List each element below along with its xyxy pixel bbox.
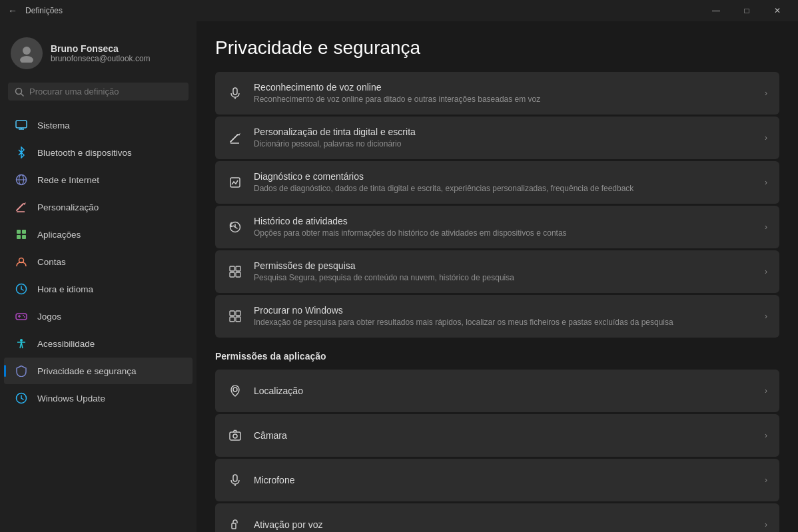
search-icon [15, 87, 24, 97]
localizacao-icon [227, 383, 243, 399]
svg-rect-15 [17, 235, 21, 239]
svg-rect-13 [17, 230, 21, 234]
search-input[interactable] [29, 87, 182, 97]
close-button[interactable]: ✕ [762, 0, 793, 21]
settings-item-microfone[interactable]: Microfone › [215, 459, 779, 501]
sidebar-item-contas[interactable]: Contas [4, 248, 193, 275]
settings-item-ativacao-voz[interactable]: Ativação por voz › [215, 503, 779, 532]
svg-line-20 [21, 289, 23, 290]
user-info: Bruno Fonseca brunofonseca@outlook.com [51, 43, 151, 63]
sidebar-item-label: Aplicações [37, 230, 81, 240]
chevron-icon-diagnostico: › [765, 178, 767, 187]
user-profile[interactable]: Bruno Fonseca brunofonseca@outlook.com [0, 29, 197, 83]
privacidade-icon [15, 364, 28, 378]
sidebar-item-personalizacao[interactable]: Personalização [4, 194, 193, 220]
item-text-ativacao-voz: Ativação por voz [254, 519, 754, 530]
item-text-microfone: Microfone [254, 475, 754, 485]
sidebar-item-acessibilidade[interactable]: Acessibilidade [4, 330, 193, 357]
sidebar-item-label: Rede e Internet [37, 175, 99, 185]
item-title-localizacao: Localização [254, 386, 754, 396]
titlebar-left: ← Definições [8, 5, 63, 16]
item-text-localizacao: Localização [254, 386, 754, 396]
acessibilidade-icon [15, 337, 28, 350]
sidebar-item-aplicacoes[interactable]: Aplicações [4, 221, 193, 248]
sidebar-item-label: Jogos [37, 312, 61, 322]
search-box[interactable] [8, 83, 189, 101]
svg-line-29 [21, 342, 23, 348]
svg-rect-45 [230, 317, 234, 322]
sidebar-item-bluetooth[interactable]: Bluetooth e dispositivos [4, 139, 193, 166]
svg-point-49 [233, 434, 237, 438]
item-title-procurar-windows: Procurar no Windows [254, 305, 754, 316]
settings-item-reconhecimento-voz[interactable]: Reconhecimento de voz online Reconhecime… [215, 72, 779, 115]
settings-item-personalizacao-tinta[interactable]: Personalização de tinta digital e escrit… [215, 117, 779, 159]
item-title-reconhecimento-voz: Reconhecimento de voz online [254, 82, 754, 93]
personalizacao-icon [15, 200, 28, 214]
settings-list: Reconhecimento de voz online Reconhecime… [215, 72, 779, 338]
ativacao-voz-icon [227, 517, 243, 532]
chevron-icon-camara: › [765, 431, 767, 440]
chevron-icon-localizacao: › [765, 386, 767, 396]
chevron-icon-permissoes-pesquisa: › [765, 267, 767, 276]
permissoes-pesquisa-icon [227, 264, 243, 280]
nav-list: Sistema Bluetooth e dispositivos Rede e … [0, 111, 197, 412]
hora-icon [15, 282, 28, 296]
settings-item-historico[interactable]: Histórico de atividades Opções para obte… [215, 206, 779, 248]
contas-icon [15, 255, 28, 268]
svg-line-10 [17, 204, 23, 210]
svg-point-0 [23, 47, 31, 55]
diagnostico-icon [227, 174, 243, 190]
sidebar-item-label: Acessibilidade [37, 339, 95, 349]
item-text-procurar-windows: Procurar no Windows Indexação de pesquis… [254, 305, 754, 328]
item-title-ativacao-voz: Ativação por voz [254, 519, 754, 530]
section-permissions-header: Permissões da aplicação [215, 338, 779, 370]
minimize-button[interactable]: — [701, 0, 731, 21]
sidebar-item-label: Contas [37, 257, 66, 267]
svg-rect-43 [230, 311, 234, 316]
item-subtitle-permissoes-pesquisa: Pesquisa Segura, pesquisa de conteúdo na… [254, 272, 754, 284]
sidebar-item-sistema[interactable]: Sistema [4, 112, 193, 138]
settings-item-localizacao[interactable]: Localização › [215, 370, 779, 412]
back-button[interactable]: ← [8, 5, 17, 16]
svg-point-1 [20, 56, 33, 63]
item-title-permissoes-pesquisa: Permissões de pesquisa [254, 260, 754, 271]
settings-item-procurar-windows[interactable]: Procurar no Windows Indexação de pesquis… [215, 295, 779, 338]
chevron-icon-reconhecimento-voz: › [765, 89, 767, 98]
item-subtitle-diagnostico: Dados de diagnóstico, dados de tinta dig… [254, 183, 754, 194]
app-permissions-list: Localização › Câmara › Microfone › Ativa… [215, 370, 779, 532]
page-title: Privacidade e segurança [215, 21, 779, 72]
sidebar: Bruno Fonseca brunofonseca@outlook.com S… [0, 21, 197, 532]
svg-rect-52 [232, 523, 236, 529]
svg-rect-31 [233, 88, 237, 95]
svg-marker-34 [238, 133, 240, 136]
svg-rect-46 [236, 317, 240, 322]
settings-item-permissoes-pesquisa[interactable]: Permissões de pesquisa Pesquisa Segura, … [215, 250, 779, 293]
settings-item-camara[interactable]: Câmara › [215, 414, 779, 457]
maximize-button[interactable]: □ [731, 0, 762, 21]
sidebar-item-label: Personalização [37, 202, 99, 212]
item-text-reconhecimento-voz: Reconhecimento de voz online Reconhecime… [254, 82, 754, 105]
content-area: Privacidade e segurança Reconhecimento d… [197, 21, 798, 532]
sidebar-item-rede[interactable]: Rede e Internet [4, 166, 193, 193]
sidebar-item-label: Sistema [37, 121, 70, 131]
svg-point-25 [24, 316, 25, 318]
svg-rect-41 [230, 272, 234, 277]
historico-icon [227, 219, 243, 235]
sidebar-item-windows-update[interactable]: Windows Update [4, 385, 193, 411]
titlebar: ← Definições — □ ✕ [0, 0, 798, 21]
svg-marker-11 [23, 202, 26, 205]
jogos-icon [15, 310, 28, 323]
settings-item-diagnostico[interactable]: Diagnóstico e comentários Dados de diagn… [215, 161, 779, 204]
bluetooth-icon [15, 146, 28, 159]
item-text-historico: Histórico de atividades Opções para obte… [254, 216, 754, 239]
chevron-icon-ativacao-voz: › [765, 520, 767, 529]
svg-rect-14 [22, 230, 26, 234]
titlebar-title: Definições [25, 6, 63, 15]
sidebar-item-jogos[interactable]: Jogos [4, 303, 193, 330]
sidebar-item-hora[interactable]: Hora e idioma [4, 276, 193, 302]
item-title-microfone: Microfone [254, 475, 754, 485]
sidebar-item-privacidade[interactable]: Privacidade e segurança [4, 358, 193, 384]
user-email: brunofonseca@outlook.com [51, 54, 151, 63]
item-title-personalizacao-tinta: Personalização de tinta digital e escrit… [254, 127, 754, 137]
procurar-windows-icon [227, 308, 243, 324]
